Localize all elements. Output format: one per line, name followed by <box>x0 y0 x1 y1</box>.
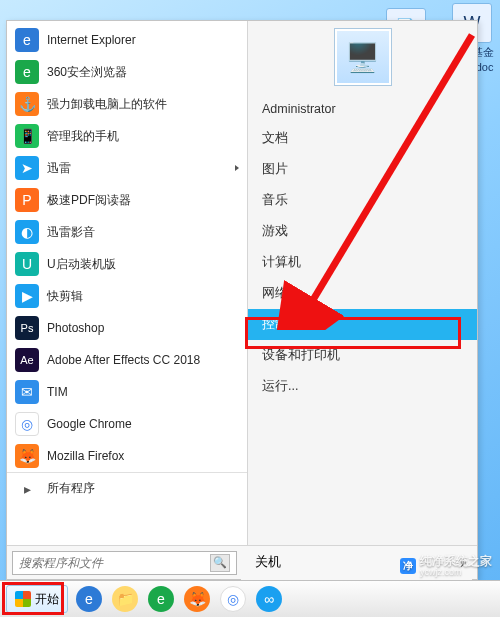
start-menu-right-pane: 🖥️ Administrator 文档 图片 音乐 游戏 计算机 网络 控制面板… <box>248 21 477 545</box>
watermark-text: 纯净系统之家 <box>420 555 492 568</box>
taskbar-360-icon[interactable]: e <box>148 586 174 612</box>
kuaijianji-icon: ▶ <box>15 284 39 308</box>
start-button[interactable]: 开始 <box>6 585 68 613</box>
app-item[interactable]: ⚓强力卸载电脑上的软件 <box>7 88 247 120</box>
app-item[interactable]: ◐迅雷影音 <box>7 216 247 248</box>
right-item-games[interactable]: 游戏 <box>248 216 477 247</box>
after-effects-icon: Ae <box>15 348 39 372</box>
start-menu: eInternet Explorer e360安全浏览器 ⚓强力卸载电脑上的软件… <box>6 20 478 580</box>
360-browser-icon: e <box>15 60 39 84</box>
app-item[interactable]: ◎Google Chrome <box>7 408 247 440</box>
right-item-documents[interactable]: 文档 <box>248 123 477 154</box>
submenu-arrow-icon <box>235 165 239 171</box>
all-programs-icon: ▸ <box>15 477 39 501</box>
search-box[interactable]: 🔍 <box>12 551 237 575</box>
shutdown-label: 关机 <box>255 554 281 571</box>
app-item[interactable]: ▶快剪辑 <box>7 280 247 312</box>
watermark-url: ycwjz.com <box>420 568 492 577</box>
app-item[interactable]: UU启动装机版 <box>7 248 247 280</box>
app-item[interactable]: 📱管理我的手机 <box>7 120 247 152</box>
uninstall-icon: ⚓ <box>15 92 39 116</box>
tim-icon: ✉ <box>15 380 39 404</box>
app-item[interactable]: PsPhotoshop <box>7 312 247 344</box>
user-picture[interactable]: 🖥️ <box>335 29 391 85</box>
right-item-administrator[interactable]: Administrator <box>248 95 477 123</box>
taskbar-chrome-icon[interactable]: ◎ <box>220 586 246 612</box>
taskbar-other-icon[interactable]: ∞ <box>256 586 282 612</box>
app-list: eInternet Explorer e360安全浏览器 ⚓强力卸载电脑上的软件… <box>7 21 247 545</box>
right-menu-list: Administrator 文档 图片 音乐 游戏 计算机 网络 控制面板 设备… <box>248 95 477 402</box>
app-item[interactable]: P极速PDF阅读器 <box>7 184 247 216</box>
firefox-icon: 🦊 <box>15 444 39 468</box>
start-menu-left-pane: eInternet Explorer e360安全浏览器 ⚓强力卸载电脑上的软件… <box>7 21 248 545</box>
right-item-label: 文档 <box>262 131 288 145</box>
app-label: TIM <box>47 385 68 399</box>
right-item-label: 设备和打印机 <box>262 348 340 362</box>
taskbar-explorer-icon[interactable]: 📁 <box>112 586 138 612</box>
app-item[interactable]: AeAdobe After Effects CC 2018 <box>7 344 247 376</box>
phone-mgr-icon: 📱 <box>15 124 39 148</box>
app-item[interactable]: eInternet Explorer <box>7 24 247 56</box>
app-label: U启动装机版 <box>47 256 116 273</box>
right-item-label: 运行... <box>262 379 298 393</box>
watermark-logo-icon: 净 <box>400 558 416 574</box>
chrome-icon: ◎ <box>15 412 39 436</box>
windows-logo-icon <box>15 591 31 607</box>
right-item-control-panel[interactable]: 控制面板 <box>248 309 477 340</box>
app-label: Adobe After Effects CC 2018 <box>47 353 200 367</box>
app-label: Photoshop <box>47 321 104 335</box>
app-label: 强力卸载电脑上的软件 <box>47 96 167 113</box>
right-item-pictures[interactable]: 图片 <box>248 154 477 185</box>
start-label: 开始 <box>35 591 59 608</box>
right-item-computer[interactable]: 计算机 <box>248 247 477 278</box>
uqidong-icon: U <box>15 252 39 276</box>
app-label: 极速PDF阅读器 <box>47 192 131 209</box>
taskbar-ie-icon[interactable]: e <box>76 586 102 612</box>
xunlei-video-icon: ◐ <box>15 220 39 244</box>
right-item-run[interactable]: 运行... <box>248 371 477 402</box>
app-label: 360安全浏览器 <box>47 64 127 81</box>
app-label: Mozilla Firefox <box>47 449 124 463</box>
search-icon: 🔍 <box>210 554 230 572</box>
taskbar-pinned-icons: e 📁 e 🦊 ◎ ∞ <box>76 586 282 612</box>
xunlei-icon: ➤ <box>15 156 39 180</box>
app-label: Internet Explorer <box>47 33 136 47</box>
right-item-label: 控制面板 <box>262 317 314 331</box>
app-item[interactable]: ✉TIM <box>7 376 247 408</box>
start-menu-body: eInternet Explorer e360安全浏览器 ⚓强力卸载电脑上的软件… <box>7 21 477 545</box>
app-label: 迅雷影音 <box>47 224 95 241</box>
right-item-label: Administrator <box>262 102 336 116</box>
search-input[interactable] <box>19 556 204 570</box>
right-item-music[interactable]: 音乐 <box>248 185 477 216</box>
right-item-label: 计算机 <box>262 255 301 269</box>
ie-icon: e <box>15 28 39 52</box>
taskbar-firefox-icon[interactable]: 🦊 <box>184 586 210 612</box>
user-avatar-icon: 🖥️ <box>345 41 380 74</box>
watermark: 净 纯净系统之家 ycwjz.com <box>400 555 492 577</box>
app-label: 迅雷 <box>47 160 71 177</box>
app-item[interactable]: e360安全浏览器 <box>7 56 247 88</box>
photoshop-icon: Ps <box>15 316 39 340</box>
right-item-label: 图片 <box>262 162 288 176</box>
right-item-label: 游戏 <box>262 224 288 238</box>
app-label: 管理我的手机 <box>47 128 119 145</box>
app-label: 快剪辑 <box>47 288 83 305</box>
right-item-label: 网络 <box>262 286 288 300</box>
app-label: Google Chrome <box>47 417 132 431</box>
right-item-devices-printers[interactable]: 设备和打印机 <box>248 340 477 371</box>
right-item-network[interactable]: 网络 <box>248 278 477 309</box>
all-programs-label: 所有程序 <box>47 480 95 497</box>
app-item[interactable]: 🦊Mozilla Firefox <box>7 440 247 472</box>
all-programs[interactable]: ▸所有程序 <box>7 472 247 504</box>
pdf-reader-icon: P <box>15 188 39 212</box>
taskbar: 开始 e 📁 e 🦊 ◎ ∞ <box>0 580 500 617</box>
right-item-label: 音乐 <box>262 193 288 207</box>
app-item[interactable]: ➤迅雷 <box>7 152 247 184</box>
